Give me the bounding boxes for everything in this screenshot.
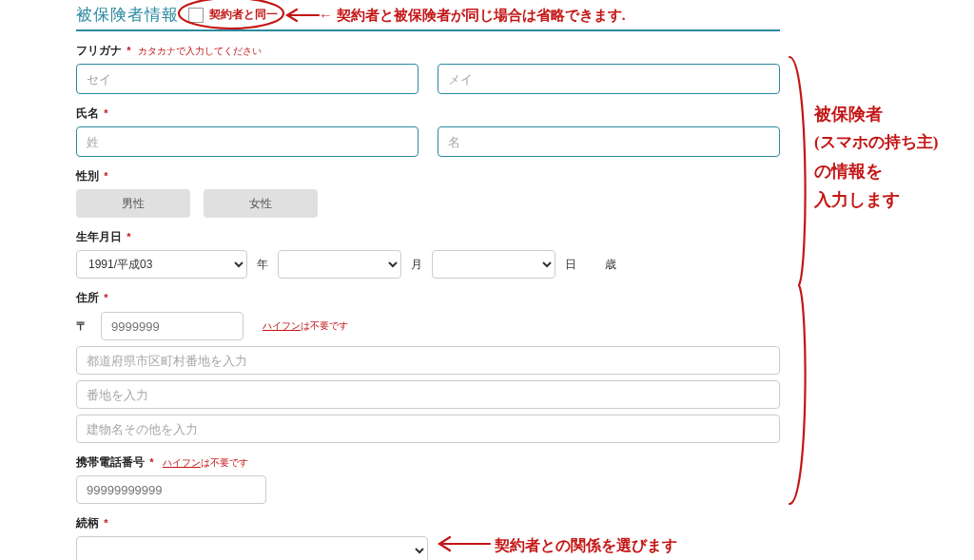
unit-month: 月 — [411, 257, 422, 273]
section-header: 被保険者情報 契約者と同一 — [76, 0, 780, 31]
label-phone: 携帯電話番号 * ハイフンは不要です — [76, 454, 780, 471]
label-dob: 生年月日 * — [76, 229, 780, 245]
annotation-right-4: 入力します — [814, 188, 900, 211]
label-address: 住所 * — [76, 290, 780, 306]
label-gender: 性別 * — [76, 168, 780, 184]
address-line1-input[interactable] — [76, 346, 780, 375]
dob-year-select[interactable]: 1991/平成03 — [76, 250, 247, 279]
insured-form: 被保険者情報 契約者と同一 フリガナ * カタカナで入力してください 氏名 * … — [76, 0, 780, 560]
bracket-icon — [789, 57, 806, 504]
unit-age: 歳 — [605, 257, 616, 273]
unit-day: 日 — [565, 257, 576, 273]
annotation-right-2: (スマホの持ち主) — [814, 131, 938, 153]
label-relation: 続柄 * — [76, 515, 780, 531]
address-line3-input[interactable] — [76, 415, 780, 443]
hyphen-note-address: ハイフンは不要です — [263, 319, 348, 333]
same-as-label: 契約者と同一 — [209, 7, 278, 23]
dob-day-select[interactable] — [432, 250, 555, 279]
name-sei-input[interactable] — [76, 126, 419, 157]
furigana-mei-input[interactable] — [438, 64, 780, 94]
gender-female-button[interactable]: 女性 — [204, 189, 318, 218]
postal-code-input[interactable] — [101, 312, 244, 340]
dob-month-select[interactable] — [278, 250, 401, 279]
relation-select[interactable] — [76, 536, 428, 560]
postal-mark: 〒 — [76, 319, 88, 335]
same-as-contractor[interactable]: 契約者と同一 — [188, 7, 278, 23]
annotation-right-1: 被保険者 — [814, 103, 883, 126]
furigana-sei-input[interactable] — [76, 64, 419, 94]
hyphen-note-phone: ハイフンは不要です — [163, 457, 248, 468]
section-title: 被保険者情報 — [76, 4, 179, 26]
name-mei-input[interactable] — [438, 126, 780, 157]
annotation-right-3: の情報を — [814, 160, 883, 183]
unit-year: 年 — [257, 257, 268, 273]
checkbox-icon[interactable] — [188, 8, 204, 23]
label-furigana: フリガナ * カタカナで入力してください — [76, 43, 780, 59]
address-line2-input[interactable] — [76, 380, 780, 409]
phone-input[interactable] — [76, 475, 266, 504]
label-name: 氏名 * — [76, 106, 780, 122]
gender-male-button[interactable]: 男性 — [76, 189, 190, 218]
